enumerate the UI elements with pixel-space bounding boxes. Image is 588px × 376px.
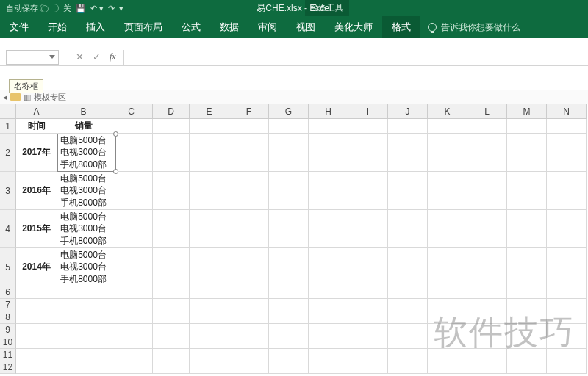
column-header[interactable]: K	[428, 104, 467, 119]
column-header[interactable]: D	[153, 104, 190, 119]
fx-icon[interactable]: fx	[110, 51, 116, 62]
tab-review[interactable]: 审阅	[248, 16, 287, 38]
cell[interactable]	[348, 311, 388, 324]
save-icon[interactable]: 💾	[76, 4, 86, 13]
row-header[interactable]: 4	[0, 210, 16, 248]
cell[interactable]: 2015年	[16, 210, 57, 248]
cell[interactable]	[190, 286, 229, 299]
cell[interactable]	[229, 336, 269, 349]
cell[interactable]	[57, 336, 110, 349]
cell[interactable]	[348, 134, 388, 172]
arrow-left-icon[interactable]: ◂	[3, 93, 7, 102]
cell[interactable]	[428, 349, 467, 361]
cell[interactable]	[507, 336, 547, 349]
cell[interactable]	[428, 299, 467, 311]
spreadsheet-grid[interactable]: ABCDEFGHIJKLMN 123456789101112 时间销量2017年…	[0, 104, 588, 376]
cell[interactable]	[229, 311, 269, 324]
cell[interactable]	[348, 299, 388, 311]
cell[interactable]	[153, 311, 190, 324]
row-header[interactable]: 9	[0, 324, 16, 336]
cell[interactable]	[309, 311, 348, 324]
tab-file[interactable]: 文件	[0, 16, 38, 38]
cell[interactable]	[467, 349, 507, 361]
cell[interactable]: 销量	[57, 119, 110, 134]
cell[interactable]	[110, 361, 153, 374]
cell[interactable]	[229, 286, 269, 299]
cell[interactable]	[388, 311, 428, 324]
cell[interactable]	[110, 349, 153, 361]
cell[interactable]	[190, 311, 229, 324]
column-header[interactable]: N	[547, 104, 587, 119]
cell[interactable]	[110, 336, 153, 349]
cell[interactable]	[110, 286, 153, 299]
cell[interactable]	[388, 172, 428, 210]
cell[interactable]	[190, 361, 229, 374]
cell[interactable]	[229, 349, 269, 361]
cell[interactable]	[57, 324, 110, 336]
cell[interactable]	[16, 336, 57, 349]
redo-icon[interactable]: ↷	[108, 4, 115, 13]
cell[interactable]	[309, 324, 348, 336]
cell[interactable]	[269, 286, 309, 299]
cell[interactable]	[348, 119, 388, 134]
cell[interactable]	[57, 349, 110, 361]
column-header[interactable]: J	[388, 104, 428, 119]
cell[interactable]	[309, 336, 348, 349]
cell[interactable]	[309, 134, 348, 172]
cell[interactable]	[269, 210, 309, 248]
cell[interactable]: 电脑5000台 电视3000台 手机8000部	[57, 210, 110, 248]
row-header[interactable]: 11	[0, 349, 16, 361]
cell[interactable]	[467, 286, 507, 299]
cell[interactable]	[153, 286, 190, 299]
cell[interactable]	[190, 336, 229, 349]
cell[interactable]	[269, 248, 309, 286]
confirm-entry-icon[interactable]: ✓	[93, 51, 101, 62]
cell[interactable]	[467, 172, 507, 210]
cell[interactable]	[153, 299, 190, 311]
cell[interactable]	[348, 349, 388, 361]
cell[interactable]	[309, 349, 348, 361]
cell[interactable]: 2014年	[16, 248, 57, 286]
template-bar[interactable]: ◂ ▥ 模板专区	[0, 90, 588, 104]
cell[interactable]	[16, 349, 57, 361]
cell[interactable]: 2016年	[16, 172, 57, 210]
cell[interactable]	[229, 361, 269, 374]
tab-insert[interactable]: 插入	[76, 16, 115, 38]
cell[interactable]	[467, 210, 507, 248]
cell[interactable]	[547, 349, 587, 361]
cell[interactable]	[57, 286, 110, 299]
cell[interactable]	[467, 119, 507, 134]
cell[interactable]	[269, 324, 309, 336]
cell[interactable]	[507, 119, 547, 134]
row-header[interactable]: 6	[0, 286, 16, 299]
column-header[interactable]: I	[348, 104, 388, 119]
column-header[interactable]: L	[467, 104, 507, 119]
cell[interactable]	[428, 311, 467, 324]
cell[interactable]	[269, 311, 309, 324]
row-header[interactable]: 12	[0, 361, 16, 374]
row-header[interactable]: 3	[0, 172, 16, 210]
cell[interactable]	[153, 336, 190, 349]
cell[interactable]	[388, 134, 428, 172]
cell[interactable]	[547, 336, 587, 349]
cell[interactable]	[388, 119, 428, 134]
column-header[interactable]: F	[229, 104, 269, 119]
cell[interactable]	[110, 324, 153, 336]
cell[interactable]	[153, 119, 190, 134]
row-header[interactable]: 10	[0, 336, 16, 349]
cell[interactable]	[309, 286, 348, 299]
cell[interactable]	[269, 336, 309, 349]
cell[interactable]: 电脑5000台 电视3000台 手机8000部	[57, 172, 110, 210]
cell[interactable]	[547, 134, 587, 172]
cell[interactable]	[269, 299, 309, 311]
cell[interactable]	[153, 349, 190, 361]
cell[interactable]	[16, 311, 57, 324]
cell[interactable]	[507, 134, 547, 172]
tab-home[interactable]: 开始	[38, 16, 76, 38]
undo-icon[interactable]: ↶ ▾	[90, 4, 104, 13]
cell[interactable]	[507, 349, 547, 361]
column-header[interactable]: H	[309, 104, 348, 119]
cell[interactable]	[348, 361, 388, 374]
cell[interactable]	[190, 349, 229, 361]
cell[interactable]	[547, 172, 587, 210]
